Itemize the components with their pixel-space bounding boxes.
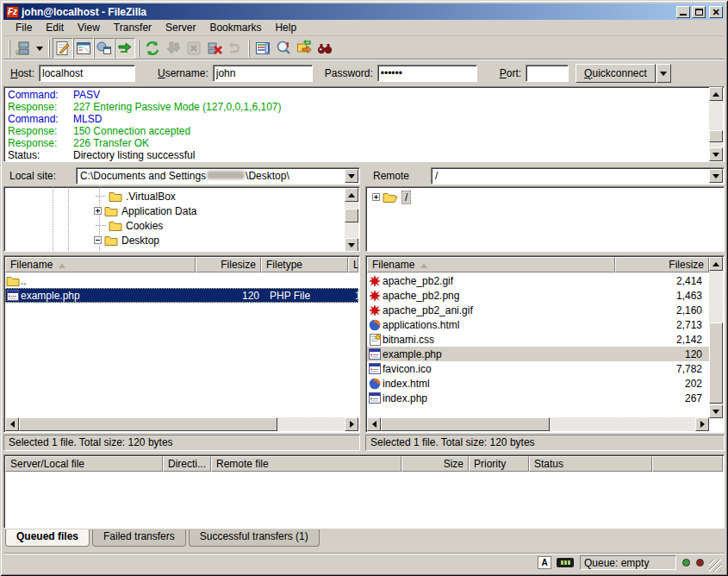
queueview-toggle-button[interactable] [115, 38, 135, 59]
synchronized-browsing-button[interactable] [294, 38, 314, 59]
refresh-button[interactable] [142, 38, 163, 59]
chevron-down-icon [712, 174, 719, 182]
queue-header: Server/Local file Directi... Remote file… [5, 456, 723, 472]
file-row[interactable]: favicon.ico 7,782 [367, 361, 709, 376]
minimize-button[interactable] [676, 6, 690, 18]
file-row[interactable]: bitnami.css 2,142 [367, 332, 709, 347]
tab-queued-files[interactable]: Queued files [5, 529, 90, 547]
column-header-filename[interactable]: Filename [367, 257, 615, 272]
maximize-button[interactable] [692, 6, 706, 18]
password-input[interactable] [377, 65, 477, 82]
menu-edit[interactable]: Edit [39, 20, 71, 35]
column-header-last-modified[interactable]: L [348, 257, 358, 272]
column-header-status[interactable]: Status [529, 456, 652, 472]
scroll-thumb[interactable] [709, 322, 723, 404]
log-scrollbar[interactable] [709, 87, 723, 161]
file-row-parent-directory[interactable]: .. [5, 273, 358, 288]
collapse-minus-icon[interactable] [94, 236, 102, 244]
file-row[interactable]: index.php 267 [367, 391, 709, 405]
folder-icon [104, 205, 118, 217]
scroll-thumb[interactable] [345, 209, 358, 222]
local-list-hscrollbar[interactable] [5, 417, 358, 431]
column-header-server-local-file[interactable]: Server/Local file [5, 456, 163, 472]
column-header-direction[interactable]: Directi... [163, 456, 211, 472]
tab-successful-transfers[interactable]: Successful transfers (1) [189, 529, 320, 547]
scroll-up-button[interactable] [709, 87, 723, 101]
scroll-up-button[interactable] [709, 257, 723, 271]
arrow-up-icon [348, 190, 355, 197]
speed-limit-indicator-icon[interactable] [557, 558, 574, 567]
site-manager-button[interactable] [13, 38, 34, 59]
column-header-filetype[interactable]: Filetype [261, 257, 348, 272]
resize-grip[interactable] [709, 560, 721, 572]
remote-list-vscrollbar[interactable] [709, 257, 723, 418]
site-manager-dropdown-button[interactable] [34, 38, 46, 59]
scroll-thumb[interactable] [381, 417, 550, 431]
menu-help[interactable]: Help [268, 20, 303, 35]
compare-directories-button[interactable] [273, 38, 294, 59]
column-header-filename[interactable]: Filename [5, 257, 196, 272]
tree-connector [96, 196, 106, 197]
menu-file[interactable]: File [9, 20, 39, 35]
local-tree-scrollbar[interactable] [345, 188, 358, 252]
quickconnect-dropdown-button[interactable] [656, 64, 671, 83]
tree-item-virtualbox[interactable]: .VirtualBox [4, 189, 359, 203]
file-row[interactable]: apache_pb2.png 1,463 [367, 288, 709, 303]
scroll-thumb[interactable] [709, 130, 723, 142]
close-button[interactable]: ✕ [709, 6, 723, 18]
file-row[interactable]: apache_pb2_ani.gif 2,160 [367, 303, 709, 317]
disconnect-button[interactable] [204, 38, 225, 59]
scroll-down-button[interactable] [709, 404, 723, 418]
file-row-selected[interactable]: example.php 120 [367, 347, 709, 361]
find-files-button[interactable] [314, 38, 335, 59]
menu-view[interactable]: View [71, 20, 107, 35]
expand-plus-icon[interactable] [94, 207, 102, 215]
remote-treeview-toggle-button[interactable] [94, 38, 115, 59]
column-header-filesize[interactable]: Filesize [196, 257, 261, 272]
remote-list-hscrollbar[interactable] [367, 417, 709, 431]
directory-listing-filters-button[interactable] [252, 38, 273, 59]
file-row[interactable]: index.html 202 [367, 376, 709, 391]
scroll-up-button[interactable] [345, 188, 358, 202]
tree-item-desktop[interactable]: Desktop [4, 233, 359, 247]
reconnect-button[interactable] [225, 38, 246, 59]
scroll-down-button[interactable] [709, 147, 723, 161]
file-row[interactable]: apache_pb2.gif 2,414 [367, 273, 709, 288]
tree-item-application-data[interactable]: Application Data [4, 203, 359, 218]
scroll-right-button[interactable] [345, 417, 358, 431]
column-header-priority[interactable]: Priority [469, 456, 529, 472]
process-queue-button[interactable] [163, 38, 184, 59]
column-header-size[interactable]: Size [401, 456, 469, 472]
scroll-thumb[interactable] [19, 417, 277, 431]
chevron-down-icon [660, 72, 667, 79]
column-header-filesize[interactable]: Filesize [615, 257, 709, 272]
remote-site-combobox[interactable]: / [431, 167, 725, 185]
scroll-left-button[interactable] [367, 417, 381, 431]
local-treeview-toggle-button[interactable] [73, 38, 94, 59]
menu-bookmarks[interactable]: Bookmarks [202, 20, 268, 35]
port-input[interactable] [526, 65, 569, 82]
file-row-example-php[interactable]: example.php 120 PHP File 1 [5, 288, 358, 303]
ico-file-icon [369, 363, 381, 374]
remote-site-dropdown-button[interactable] [709, 169, 723, 183]
local-site-dropdown-button[interactable] [345, 169, 358, 183]
username-input[interactable] [213, 65, 313, 82]
local-site-combobox[interactable]: C:\Documents and Settings\Desktop\ [76, 167, 360, 185]
quickconnect-button[interactable]: Quickconnect [576, 64, 656, 83]
tree-item-cookies[interactable]: Cookies [4, 218, 359, 233]
tree-item-root[interactable]: / [366, 190, 724, 204]
host-input[interactable] [39, 65, 135, 82]
file-row[interactable]: applications.html 2,713 [367, 317, 709, 332]
data-type-indicator-icon[interactable]: A [538, 556, 551, 569]
scroll-left-button[interactable] [5, 417, 19, 431]
scroll-right-button[interactable] [695, 417, 709, 431]
menu-transfer[interactable]: Transfer [107, 20, 159, 35]
cancel-operation-button[interactable] [184, 38, 204, 59]
status-bar: A Queue: empty [3, 553, 725, 572]
logview-toggle-button[interactable] [53, 38, 73, 59]
expand-plus-icon[interactable] [372, 193, 380, 201]
tab-failed-transfers[interactable]: Failed transfers [92, 529, 186, 547]
menu-server[interactable]: Server [159, 20, 202, 35]
scroll-down-button[interactable] [345, 238, 358, 252]
column-header-remote-file[interactable]: Remote file [211, 456, 401, 472]
